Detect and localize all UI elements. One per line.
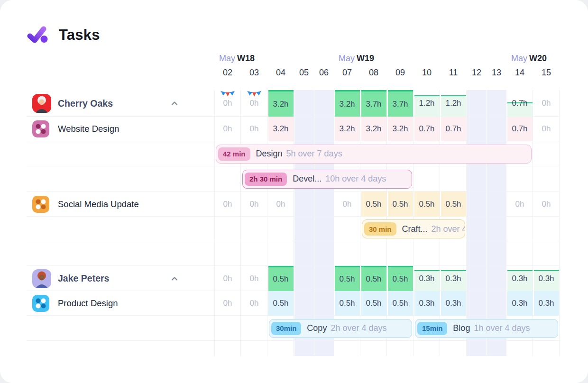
capacity-cell[interactable]: 1.2h [414, 90, 440, 117]
hours-value: 0h [223, 200, 232, 209]
hours-cell[interactable]: 0h [242, 117, 267, 141]
hours-cell[interactable]: 0.5h [388, 192, 413, 217]
task-bar[interactable]: 42 minDesign5h over 7 days [216, 145, 532, 164]
capacity-cell[interactable]: 1.2h [441, 90, 466, 117]
page-title: Tasks [59, 27, 100, 44]
hours-cell[interactable]: 0h [335, 192, 360, 217]
capacity-cell[interactable]: 3.7h [388, 90, 413, 117]
hours-cell[interactable]: 3.2h [361, 117, 386, 141]
capacity-cell[interactable]: 0.7h [507, 90, 533, 117]
capacity-cell[interactable]: 0.3h [534, 266, 559, 291]
hours-cell[interactable]: 0h [242, 192, 267, 217]
week-label: W18 [237, 54, 255, 63]
hours-value: 0h [343, 200, 352, 209]
hours-cell[interactable]: 0.7h [414, 117, 440, 141]
hours-value: 3.7h [366, 100, 381, 109]
bar-task-label: Devel... [293, 174, 322, 184]
group-name: Jake Peters [58, 273, 109, 284]
hours-cell[interactable]: 0.3h [507, 291, 533, 316]
hours-cell[interactable]: 0.5h [361, 192, 386, 217]
hours-cell[interactable]: 0h [242, 291, 267, 316]
task-bar[interactable]: 15minBlog1h over 4 days [415, 319, 558, 338]
hours-cell[interactable]: 3.2h [335, 117, 360, 141]
hours-cell[interactable]: 0.3h [534, 291, 559, 316]
hours-cell[interactable]: 0h [215, 117, 240, 141]
app-header: Tasks [27, 24, 588, 46]
capacity-cell[interactable]: 3.2h [335, 90, 360, 117]
capacity-cell[interactable]: 0.5h [335, 266, 360, 291]
capacity-cell[interactable]: 0.5h [268, 266, 294, 291]
collapse-chevron-up-icon[interactable] [170, 274, 179, 283]
capacity-cell[interactable]: 0.5h [361, 266, 386, 291]
hours-cell[interactable]: 0.3h [441, 291, 466, 316]
hours-cell[interactable]: 0.3h [414, 291, 440, 316]
bar-task-label: Blog [453, 323, 470, 333]
hours-cell[interactable]: 0.5h [335, 291, 360, 316]
task-bar[interactable]: 2h 30 minDevel...10h over 4 days [242, 170, 412, 189]
hours-value: 0.5h [366, 274, 381, 284]
hours-cell[interactable]: 0h [242, 266, 267, 291]
task-bar[interactable]: 30minCopy2h over 4 days [269, 319, 412, 338]
month-week-header: MayW20 [506, 54, 560, 64]
capacity-cell[interactable]: 0.3h [507, 266, 533, 291]
group-row-label[interactable]: Jake Peters [27, 266, 214, 291]
capacity-cell[interactable]: 0.5h [388, 266, 413, 291]
hours-value: 0h [250, 200, 259, 209]
app-logo-icon [27, 24, 48, 46]
hours-value: 0h [542, 200, 551, 209]
task-row-label[interactable]: Website Design [27, 117, 214, 141]
hours-cell[interactable]: 0h [534, 117, 559, 141]
bar-summary-text: 5h over 7 days [286, 149, 342, 159]
task-name: Website Design [58, 124, 119, 134]
hours-value: 0.5h [366, 200, 381, 209]
task-row-label[interactable]: Product Design [27, 291, 214, 316]
hours-value: 0h [250, 274, 259, 283]
hours-cell[interactable]: 0.7h [441, 117, 466, 141]
date-header: 09 [387, 64, 413, 81]
hours-value: 0h [250, 299, 259, 308]
hours-cell[interactable]: 0.7h [507, 117, 533, 141]
hours-cell[interactable]: 0.5h [414, 192, 440, 217]
hours-cell[interactable]: 0h [534, 192, 559, 217]
hours-value: 0h [223, 99, 232, 108]
date-header: 06 [314, 64, 334, 81]
group-row-label[interactable]: Cherry Oaks [27, 90, 214, 117]
hours-value: 1.2h [445, 99, 461, 108]
date-header: 15 [533, 64, 560, 81]
capacity-cell[interactable]: 3.7h [361, 90, 386, 117]
hours-cell[interactable]: 0.5h [388, 291, 413, 316]
hours-cell[interactable]: 0h [507, 192, 533, 217]
bar-task-label: Copy [307, 323, 327, 333]
task-row-label[interactable]: Social Media Update [27, 192, 214, 217]
hours-value: 0.5h [273, 299, 288, 308]
hours-cell[interactable]: 0h [534, 90, 559, 117]
capacity-cell[interactable]: 0.3h [414, 266, 440, 291]
project-icon [32, 120, 49, 137]
hours-cell[interactable]: 3.2h [388, 117, 413, 141]
hours-value: 0.3h [419, 274, 434, 283]
hours-value: 0.3h [512, 299, 527, 308]
task-name: Product Design [58, 298, 118, 309]
hours-cell[interactable]: 0h [215, 266, 240, 291]
capacity-cell[interactable]: 3.2h [268, 90, 294, 117]
hours-cell[interactable]: 0.5h [268, 291, 294, 316]
hours-cell[interactable]: 0h [215, 192, 240, 217]
capacity-cell[interactable]: 0.3h [441, 266, 466, 291]
month-week-header: MayW19 [334, 54, 387, 64]
hours-cell[interactable]: 0h [215, 90, 240, 117]
task-name: Social Media Update [58, 199, 139, 210]
hours-cell[interactable]: 3.2h [268, 117, 294, 141]
collapse-chevron-up-icon[interactable] [170, 99, 179, 108]
date-header: 05 [294, 64, 314, 81]
hours-cell[interactable]: 0h [242, 90, 267, 117]
row-separator [27, 341, 560, 356]
hours-cell[interactable]: 0h [215, 291, 240, 316]
hours-cell[interactable]: 0.5h [361, 291, 386, 316]
date-header: 03 [241, 64, 267, 81]
duration-badge: 30 min [364, 222, 396, 236]
hours-cell[interactable]: 0h [268, 192, 294, 217]
hours-value: 0.3h [445, 299, 461, 308]
hours-cell[interactable]: 0.5h [441, 192, 466, 217]
date-header: 10 [413, 64, 440, 81]
task-bar[interactable]: 30 minCraft...2h over 4 days [362, 219, 465, 238]
